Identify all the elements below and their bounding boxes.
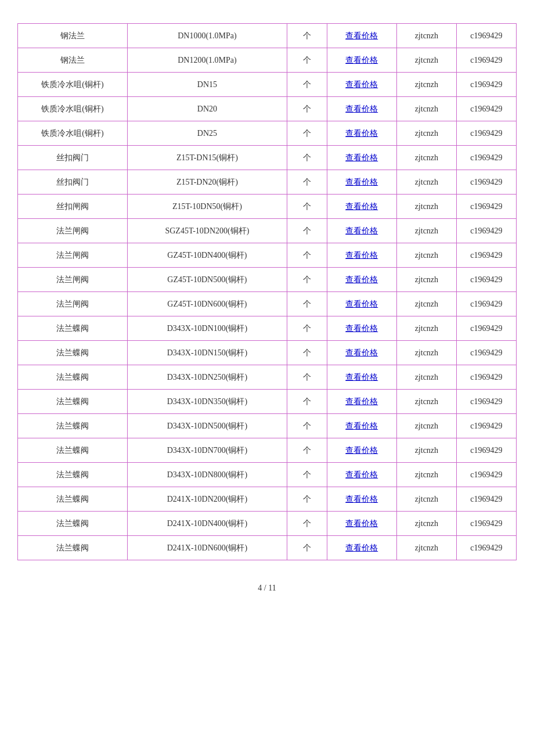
user-cell: zjtcnzh xyxy=(396,390,456,414)
code-cell: c1969429 xyxy=(456,316,516,341)
product-unit: 个 xyxy=(287,341,327,365)
price-cell[interactable]: 查看价格 xyxy=(327,463,396,487)
price-cell[interactable]: 查看价格 xyxy=(327,243,396,268)
code-cell: c1969429 xyxy=(456,414,516,438)
product-spec: D343X-10DN350(铜杆) xyxy=(127,390,287,414)
product-name: 丝扣阀门 xyxy=(18,146,128,170)
user-cell: zjtcnzh xyxy=(396,365,456,390)
product-spec: GZ45T-10DN400(铜杆) xyxy=(127,243,287,268)
code-cell: c1969429 xyxy=(456,463,516,487)
price-link[interactable]: 查看价格 xyxy=(345,105,378,113)
price-cell[interactable]: 查看价格 xyxy=(327,97,396,121)
product-spec: D241X-10DN400(铜杆) xyxy=(127,512,287,536)
price-link[interactable]: 查看价格 xyxy=(345,324,378,333)
main-table-wrapper: 钢法兰 DN1000(1.0MPa) 个 查看价格 zjtcnzh c19694… xyxy=(17,23,517,560)
price-cell[interactable]: 查看价格 xyxy=(327,24,396,48)
price-cell[interactable]: 查看价格 xyxy=(327,121,396,146)
product-table: 钢法兰 DN1000(1.0MPa) 个 查看价格 zjtcnzh c19694… xyxy=(17,23,517,560)
table-row: 钢法兰 DN1000(1.0MPa) 个 查看价格 zjtcnzh c19694… xyxy=(18,24,517,48)
price-cell[interactable]: 查看价格 xyxy=(327,195,396,219)
table-row: 法兰蝶阀 D241X-10DN400(铜杆) 个 查看价格 zjtcnzh c1… xyxy=(18,512,517,536)
price-cell[interactable]: 查看价格 xyxy=(327,146,396,170)
product-name: 法兰蝶阀 xyxy=(18,536,128,560)
user-cell: zjtcnzh xyxy=(396,512,456,536)
product-name: 法兰蝶阀 xyxy=(18,463,128,487)
price-link[interactable]: 查看价格 xyxy=(345,202,378,211)
product-unit: 个 xyxy=(287,487,327,512)
product-spec: D343X-10DN500(铜杆) xyxy=(127,414,287,438)
price-link[interactable]: 查看价格 xyxy=(345,56,378,64)
price-link[interactable]: 查看价格 xyxy=(345,275,378,284)
price-link[interactable]: 查看价格 xyxy=(345,80,378,89)
price-cell[interactable]: 查看价格 xyxy=(327,316,396,341)
price-link[interactable]: 查看价格 xyxy=(345,348,378,357)
table-row: 钢法兰 DN1200(1.0MPa) 个 查看价格 zjtcnzh c19694… xyxy=(18,48,517,73)
product-name: 法兰蝶阀 xyxy=(18,414,128,438)
price-cell[interactable]: 查看价格 xyxy=(327,170,396,195)
user-cell: zjtcnzh xyxy=(396,73,456,97)
code-cell: c1969429 xyxy=(456,243,516,268)
user-cell: zjtcnzh xyxy=(396,438,456,463)
price-link[interactable]: 查看价格 xyxy=(345,31,378,40)
price-cell[interactable]: 查看价格 xyxy=(327,341,396,365)
table-row: 法兰蝶阀 D241X-10DN600(铜杆) 个 查看价格 zjtcnzh c1… xyxy=(18,536,517,560)
price-cell[interactable]: 查看价格 xyxy=(327,219,396,243)
product-spec: D343X-10DN100(铜杆) xyxy=(127,316,287,341)
price-cell[interactable]: 查看价格 xyxy=(327,414,396,438)
user-cell: zjtcnzh xyxy=(396,170,456,195)
user-cell: zjtcnzh xyxy=(396,268,456,292)
page-footer: 4 / 11 xyxy=(258,584,276,593)
price-cell[interactable]: 查看价格 xyxy=(327,292,396,316)
price-link[interactable]: 查看价格 xyxy=(345,300,378,308)
price-link[interactable]: 查看价格 xyxy=(345,129,378,138)
price-cell[interactable]: 查看价格 xyxy=(327,48,396,73)
code-cell: c1969429 xyxy=(456,146,516,170)
user-cell: zjtcnzh xyxy=(396,48,456,73)
user-cell: zjtcnzh xyxy=(396,195,456,219)
product-name: 法兰蝶阀 xyxy=(18,487,128,512)
product-spec: D343X-10DN800(铜杆) xyxy=(127,463,287,487)
product-spec: GZ45T-10DN600(铜杆) xyxy=(127,292,287,316)
product-name: 法兰蝶阀 xyxy=(18,341,128,365)
price-link[interactable]: 查看价格 xyxy=(345,470,378,479)
code-cell: c1969429 xyxy=(456,121,516,146)
price-link[interactable]: 查看价格 xyxy=(345,251,378,260)
price-link[interactable]: 查看价格 xyxy=(345,153,378,162)
table-row: 丝扣闸阀 Z15T-10DN50(铜杆) 个 查看价格 zjtcnzh c196… xyxy=(18,195,517,219)
product-name: 法兰闸阀 xyxy=(18,243,128,268)
price-cell[interactable]: 查看价格 xyxy=(327,512,396,536)
table-row: 铁质冷水咀(铜杆) DN20 个 查看价格 zjtcnzh c1969429 xyxy=(18,97,517,121)
user-cell: zjtcnzh xyxy=(396,341,456,365)
product-name: 丝扣闸阀 xyxy=(18,195,128,219)
price-cell[interactable]: 查看价格 xyxy=(327,536,396,560)
price-link[interactable]: 查看价格 xyxy=(345,226,378,235)
price-link[interactable]: 查看价格 xyxy=(345,373,378,381)
price-link[interactable]: 查看价格 xyxy=(345,543,378,552)
table-row: 法兰闸阀 GZ45T-10DN500(铜杆) 个 查看价格 zjtcnzh c1… xyxy=(18,268,517,292)
price-cell[interactable]: 查看价格 xyxy=(327,438,396,463)
price-link[interactable]: 查看价格 xyxy=(345,397,378,406)
product-spec: Z15T-10DN50(铜杆) xyxy=(127,195,287,219)
price-cell[interactable]: 查看价格 xyxy=(327,73,396,97)
user-cell: zjtcnzh xyxy=(396,219,456,243)
price-cell[interactable]: 查看价格 xyxy=(327,268,396,292)
product-spec: D343X-10DN250(铜杆) xyxy=(127,365,287,390)
user-cell: zjtcnzh xyxy=(396,487,456,512)
price-cell[interactable]: 查看价格 xyxy=(327,365,396,390)
price-cell[interactable]: 查看价格 xyxy=(327,487,396,512)
product-name: 法兰蝶阀 xyxy=(18,390,128,414)
table-row: 法兰蝶阀 D343X-10DN800(铜杆) 个 查看价格 zjtcnzh c1… xyxy=(18,463,517,487)
product-name: 钢法兰 xyxy=(18,24,128,48)
product-spec: DN1000(1.0MPa) xyxy=(127,24,287,48)
price-link[interactable]: 查看价格 xyxy=(345,446,378,455)
price-link[interactable]: 查看价格 xyxy=(345,519,378,528)
user-cell: zjtcnzh xyxy=(396,536,456,560)
user-cell: zjtcnzh xyxy=(396,97,456,121)
price-link[interactable]: 查看价格 xyxy=(345,422,378,430)
product-spec: DN1200(1.0MPa) xyxy=(127,48,287,73)
code-cell: c1969429 xyxy=(456,73,516,97)
price-link[interactable]: 查看价格 xyxy=(345,495,378,503)
price-cell[interactable]: 查看价格 xyxy=(327,390,396,414)
table-row: 法兰闸阀 SGZ45T-10DN200(铜杆) 个 查看价格 zjtcnzh c… xyxy=(18,219,517,243)
price-link[interactable]: 查看价格 xyxy=(345,178,378,186)
